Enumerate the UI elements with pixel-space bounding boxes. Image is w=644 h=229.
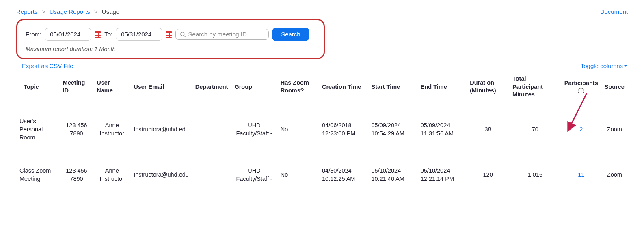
info-icon[interactable]: i (578, 88, 584, 94)
cell-creation_time: 04/06/2018 12:23:00 PM (319, 105, 368, 154)
cell-meeting_id: 123 456 7890 (60, 154, 94, 195)
table-header-row: Topic Meeting ID User Name User Email De… (16, 71, 628, 105)
cell-end_time: 05/10/2024 12:21:14 PM (417, 154, 467, 195)
filter-panel: From: To: Search Maximum report duration… (16, 19, 325, 59)
cell-meeting_id: 123 456 7890 (60, 105, 94, 154)
from-label: From: (26, 31, 41, 38)
calendar-icon[interactable] (95, 31, 101, 38)
col-group: Group (231, 71, 277, 105)
max-duration-note: Maximum report duration: 1 Month (26, 46, 316, 52)
cell-has_zoom_rooms: No (277, 105, 319, 154)
cell-group: UHD Faculty/Staff - (231, 105, 277, 154)
cell-user_name: Anne Instructor (93, 105, 130, 154)
col-department: Department (192, 71, 231, 105)
col-start-time: Start Time (368, 71, 417, 105)
document-link[interactable]: Document (600, 8, 628, 15)
col-source: Source (601, 71, 628, 105)
cell-participants: 11 (561, 154, 601, 195)
participants-link[interactable]: 2 (579, 126, 583, 133)
cell-total_participant_minutes: 1,016 (509, 154, 561, 195)
col-user-email: User Email (130, 71, 192, 105)
usage-report-table: Topic Meeting ID User Name User Email De… (16, 71, 628, 195)
cell-duration: 38 (467, 105, 509, 154)
breadcrumb-sep: > (42, 8, 45, 15)
table-row: Class Zoom Meeting123 456 7890Anne Instr… (16, 154, 628, 195)
cell-department (192, 105, 231, 154)
cell-topic: Class Zoom Meeting (16, 154, 60, 195)
from-date-input[interactable] (45, 28, 91, 41)
export-csv-link[interactable]: Export as CSV File (22, 62, 73, 69)
svg-line-1 (184, 35, 186, 37)
participants-link[interactable]: 11 (578, 171, 584, 178)
caret-down-icon (624, 64, 628, 68)
table-row: User's Personal Room123 456 7890Anne Ins… (16, 105, 628, 154)
search-button[interactable]: Search (272, 28, 309, 41)
cell-user_email: Instructora@uhd.edu (130, 154, 192, 195)
col-user-name: User Name (93, 71, 130, 105)
col-duration: Duration (Minutes) (467, 71, 509, 105)
breadcrumb: Reports > Usage Reports > Usage (16, 8, 119, 15)
cell-creation_time: 04/30/2024 10:12:25 AM (319, 154, 368, 195)
cell-source: Zoom (601, 154, 628, 195)
breadcrumb-sep: > (94, 8, 98, 15)
search-input[interactable] (188, 31, 265, 38)
to-label: To: (104, 31, 112, 38)
toggle-columns-label: Toggle columns (581, 62, 623, 69)
cell-end_time: 05/09/2024 11:31:56 AM (417, 105, 467, 154)
cell-user_email: Instructora@uhd.edu (130, 105, 192, 154)
col-end-time: End Time (417, 71, 467, 105)
cell-topic: User's Personal Room (16, 105, 60, 154)
search-wrapper (175, 29, 269, 40)
cell-participants: 2 (561, 105, 601, 154)
cell-group: UHD Faculty/Staff - (231, 154, 277, 195)
to-date-input[interactable] (116, 28, 162, 41)
search-icon (180, 31, 186, 38)
col-creation-time: Creation Time (319, 71, 368, 105)
cell-department (192, 154, 231, 195)
col-total-participant-minutes: Total Participant Minutes (509, 71, 561, 105)
breadcrumb-current: Usage (102, 8, 119, 15)
col-meeting-id: Meeting ID (60, 71, 94, 105)
cell-duration: 120 (467, 154, 509, 195)
cell-start_time: 05/09/2024 10:54:29 AM (368, 105, 417, 154)
breadcrumb-usage-reports[interactable]: Usage Reports (50, 8, 90, 15)
cell-source: Zoom (601, 105, 628, 154)
cell-start_time: 05/10/2024 10:21:40 AM (368, 154, 417, 195)
toggle-columns-link[interactable]: Toggle columns (581, 62, 628, 69)
cell-total_participant_minutes: 70 (509, 105, 561, 154)
col-topic: Topic (16, 71, 60, 105)
svg-point-0 (181, 32, 184, 36)
cell-user_name: Anne Instructor (93, 154, 130, 195)
col-participants-label: Participants (564, 79, 598, 88)
col-participants: Participants i (561, 71, 601, 105)
calendar-icon[interactable] (166, 31, 172, 38)
breadcrumb-reports[interactable]: Reports (16, 8, 38, 15)
cell-has_zoom_rooms: No (277, 154, 319, 195)
col-has-zoom-rooms: Has Zoom Rooms? (277, 71, 319, 105)
